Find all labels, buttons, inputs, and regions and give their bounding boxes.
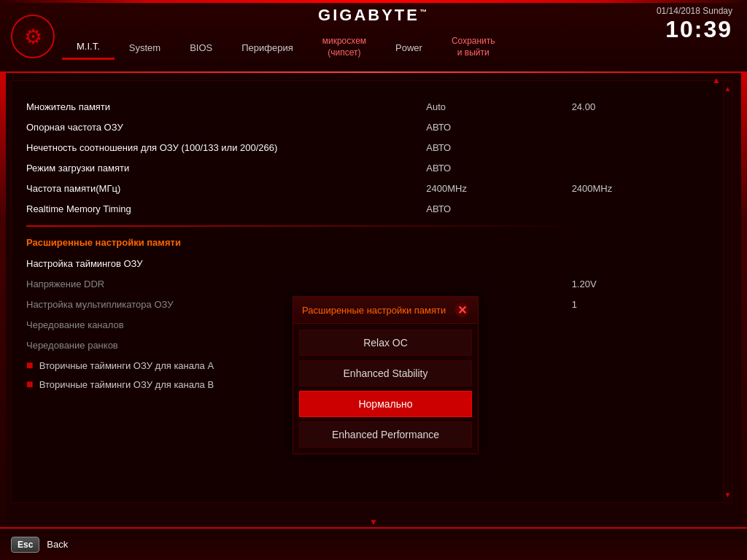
row-value2 bbox=[572, 117, 717, 136]
table-row: Опорная частота ОЗУ АВТО bbox=[26, 117, 717, 136]
table-row: Частота памяти(МГц) 2400MHz 2400MHz bbox=[26, 179, 717, 198]
row-label: Напряжение DDR bbox=[26, 274, 426, 293]
top-red-line bbox=[0, 0, 747, 3]
table-row: Напряжение DDR 1.20V bbox=[26, 274, 717, 293]
table-row: Режим загрузки памяти АВТО bbox=[26, 158, 717, 177]
gear-icon: ⚙ bbox=[11, 15, 55, 58]
tab-power[interactable]: Power bbox=[381, 36, 437, 59]
row-value2 bbox=[572, 158, 717, 177]
brand-title: GIGABYTE™ bbox=[318, 6, 429, 25]
popup-option-normal[interactable]: Нормально bbox=[299, 391, 472, 417]
bottom-bar: Esc Back bbox=[0, 527, 747, 560]
popup-dropdown: Расширенные настройки памяти ✕ Relax OC … bbox=[293, 296, 479, 454]
popup-title: Расширенные настройки памяти bbox=[302, 305, 446, 316]
table-row: Нечетность соотношения для ОЗУ (100/133 … bbox=[26, 138, 717, 157]
tab-system[interactable]: System bbox=[115, 36, 175, 59]
row-label: Нечетность соотношения для ОЗУ (100/133 … bbox=[26, 138, 426, 157]
row-value2: 1 bbox=[572, 295, 717, 314]
row-label: Настройка таймингов ОЗУ bbox=[26, 254, 426, 273]
section-divider bbox=[26, 225, 579, 227]
esc-key[interactable]: Esc bbox=[11, 537, 39, 553]
row-value2 bbox=[572, 335, 717, 354]
back-label: Back bbox=[47, 539, 68, 550]
row-label: Режим загрузки памяти bbox=[26, 158, 426, 177]
right-decoration bbox=[741, 73, 747, 560]
tab-periphery[interactable]: Периферия bbox=[227, 36, 308, 59]
row-value: АВТО bbox=[426, 199, 571, 218]
row-value2 bbox=[572, 138, 717, 157]
date-display: 01/14/2018 Sunday bbox=[657, 6, 732, 16]
row-value2 bbox=[572, 254, 717, 273]
time-display: 10:39 bbox=[657, 16, 732, 43]
row-value bbox=[426, 254, 571, 273]
popup-option-performance[interactable]: Enhanced Performance bbox=[299, 421, 472, 448]
section-header: Расширенные настройки памяти bbox=[26, 233, 717, 252]
tab-save[interactable]: Сохранитьи выйти bbox=[437, 30, 510, 64]
tab-chipset[interactable]: микросхем(чипсет) bbox=[308, 30, 381, 64]
row-value2: 2400MHz bbox=[572, 179, 717, 198]
row-value: АВТО bbox=[426, 138, 571, 157]
table-row: Настройка таймингов ОЗУ bbox=[26, 254, 717, 273]
scroll-indicator: ▲ ▼ bbox=[723, 81, 732, 502]
scroll-up-icon[interactable]: ▲ bbox=[724, 85, 732, 93]
scroll-down-icon[interactable]: ▼ bbox=[724, 491, 732, 499]
row-value: 2400MHz bbox=[426, 179, 571, 198]
row-value bbox=[426, 274, 571, 293]
bullet-icon: ■ bbox=[26, 359, 34, 372]
row-value2: 24.00 bbox=[572, 97, 717, 116]
row-label: Множитель памяти bbox=[26, 97, 426, 116]
popup-header: Расширенные настройки памяти ✕ bbox=[293, 297, 478, 324]
datetime: 01/14/2018 Sunday 10:39 bbox=[657, 6, 732, 43]
table-row: Realtime Memory Timing АВТО bbox=[26, 199, 717, 218]
bullet-icon: ■ bbox=[26, 378, 34, 391]
row-label: Realtime Memory Timing bbox=[26, 199, 426, 218]
row-value: Auto bbox=[426, 97, 571, 116]
row-value2 bbox=[572, 315, 717, 334]
main-content: ▲ ▼ Множитель памяти Auto 24.00 Опорная … bbox=[11, 80, 732, 503]
top-bar: ⚙ M.I.T. System BIOS Периферия микросхем… bbox=[0, 0, 747, 73]
popup-option-relax[interactable]: Relax OC bbox=[299, 330, 472, 356]
row-value: АВТО bbox=[426, 117, 571, 136]
row-label: Опорная частота ОЗУ bbox=[26, 117, 426, 136]
row-value2 bbox=[572, 199, 717, 218]
left-decoration bbox=[0, 73, 6, 560]
popup-option-stability[interactable]: Enhanced Stability bbox=[299, 360, 472, 386]
bottom-triangle-decoration: ▼ bbox=[369, 517, 378, 527]
table-row: Множитель памяти Auto 24.00 bbox=[26, 97, 717, 116]
settings-table: Множитель памяти Auto 24.00 Опорная част… bbox=[26, 96, 717, 219]
row-value: АВТО bbox=[426, 158, 571, 177]
popup-options-list: Relax OC Enhanced Stability Нормально En… bbox=[293, 324, 478, 454]
popup-close-button[interactable]: ✕ bbox=[454, 303, 469, 317]
tab-bios[interactable]: BIOS bbox=[175, 36, 227, 59]
tab-mit[interactable]: M.I.T. bbox=[62, 35, 115, 60]
row-value2: 1.20V bbox=[572, 274, 717, 293]
row-label: Частота памяти(МГц) bbox=[26, 179, 426, 198]
